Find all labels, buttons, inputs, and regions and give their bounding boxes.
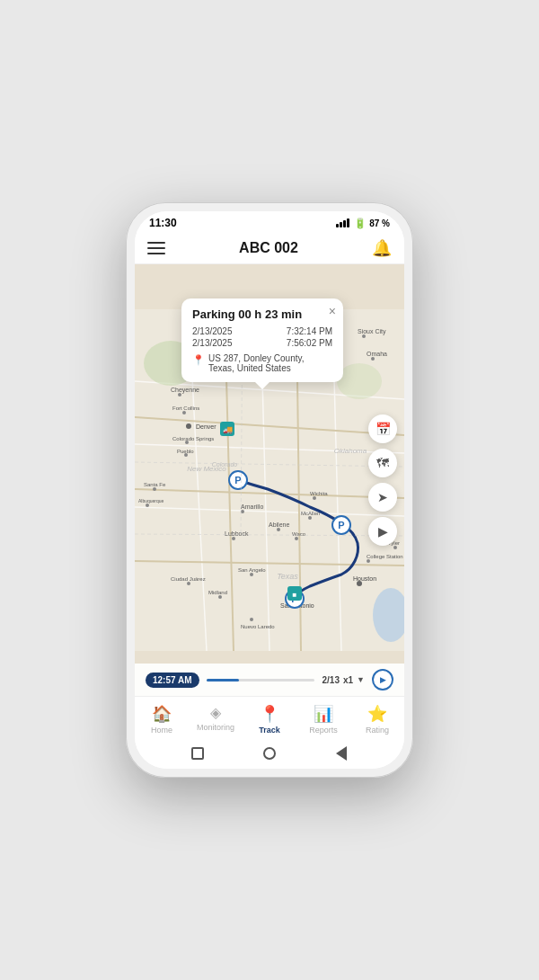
hamburger-line-1 (147, 242, 165, 244)
svg-text:Abilene: Abilene (269, 521, 289, 528)
status-time: 11:30 (149, 217, 177, 229)
timeline-play-button[interactable]: ▶ (372, 669, 393, 690)
svg-text:🚚: 🚚 (223, 424, 234, 435)
timeline-bar: 12:57 AM 2/13 x1 ▼ ▶ (135, 664, 404, 696)
svg-text:Denver: Denver (196, 423, 216, 430)
hamburger-line-3 (147, 253, 165, 254)
svg-point-54 (187, 582, 190, 585)
app-header: ABC 002 🔔 (135, 233, 404, 264)
popup-address: 📍 US 287, Donley County, Texas, United S… (192, 353, 332, 373)
popup-title: Parking 00 h 23 min (192, 307, 332, 321)
timeline-page: 2/13 (322, 675, 339, 685)
svg-text:Cheyenne: Cheyenne (171, 387, 199, 394)
map-container[interactable]: Sioux City Omaha Lincoln Cheyenne Fort C… (135, 264, 404, 696)
timeline-speed: x1 (343, 675, 353, 685)
popup-address-text: US 287, Donley County, Texas, United Sta… (208, 353, 332, 373)
svg-text:San Angelo: San Angelo (238, 567, 266, 573)
svg-text:Nuevo Laredo: Nuevo Laredo (241, 624, 275, 629)
nav-rating[interactable]: ⭐ Rating (350, 702, 404, 736)
nav-reports-label: Reports (309, 726, 338, 735)
rating-icon: ⭐ (367, 704, 387, 724)
battery-icon: 🔋 (354, 218, 367, 229)
navigate-button[interactable]: ➤ (368, 483, 397, 512)
popup-row-2: 2/13/2025 7:56:02 PM (192, 338, 332, 348)
popup-date-2: 2/13/2025 (192, 338, 233, 348)
popup-time-1: 7:32:14 PM (287, 326, 332, 336)
svg-text:Lubbock: Lubbock (225, 530, 249, 537)
svg-text:Pueblo: Pueblo (177, 449, 194, 454)
bottom-nav: 🏠 Home ◈ Monitoring 📍 Track 📊 Reports ⭐ … (135, 696, 404, 740)
svg-point-18 (371, 357, 375, 361)
timeline-track[interactable] (207, 679, 315, 682)
svg-text:Santa Fe: Santa Fe (144, 482, 166, 487)
battery-level: 87 % (369, 218, 390, 228)
popup-row-1: 2/13/2025 7:32:14 PM (192, 326, 332, 336)
svg-point-40 (232, 537, 235, 540)
reports-icon: 📊 (314, 704, 333, 724)
map-layers-button[interactable]: 🗺 (368, 449, 397, 477)
svg-text:College Station: College Station (367, 554, 403, 559)
nav-track[interactable]: 📍 Track (243, 702, 296, 736)
svg-point-38 (277, 528, 280, 531)
home-button[interactable] (261, 745, 278, 762)
map-controls: 📅 🗺 ➤ ▶ (368, 414, 397, 546)
svg-text:Texas: Texas (277, 572, 298, 581)
svg-text:Ciudad Juárez: Ciudad Juárez (171, 576, 206, 582)
svg-text:Midland: Midland (208, 590, 227, 595)
nav-track-label: Track (259, 726, 280, 735)
svg-point-62 (308, 516, 312, 520)
svg-point-60 (313, 496, 316, 500)
phone-frame: 11:30 🔋 87 % ABC 002 🔔 (126, 202, 413, 778)
svg-point-16 (362, 334, 366, 338)
parking-popup: × Parking 00 h 23 min 2/13/2025 7:32:14 … (181, 298, 343, 382)
svg-point-56 (250, 618, 253, 621)
status-bar: 11:30 🔋 87 % (135, 211, 404, 233)
svg-point-42 (241, 510, 244, 513)
svg-point-15 (337, 363, 382, 399)
svg-point-64 (218, 595, 222, 599)
svg-text:Amarillo: Amarillo (241, 503, 263, 510)
nav-monitoring[interactable]: ◈ Monitoring (189, 702, 243, 736)
track-icon: 📍 (260, 704, 279, 724)
svg-text:Albuquerque: Albuquerque (138, 498, 164, 503)
system-nav (135, 740, 404, 769)
svg-point-26 (186, 423, 191, 429)
location-pin-icon: 📍 (192, 354, 205, 366)
recents-button[interactable] (333, 745, 349, 762)
svg-point-34 (146, 503, 149, 507)
svg-text:Fort Collins: Fort Collins (172, 405, 199, 411)
circle-icon (263, 747, 276, 760)
hamburger-line-2 (147, 247, 165, 249)
timeline-time: 12:57 AM (146, 673, 199, 688)
svg-text:P: P (338, 520, 344, 530)
svg-text:Omaha: Omaha (367, 351, 387, 357)
nav-home[interactable]: 🏠 Home (135, 702, 189, 736)
svg-text:Colorado Springs: Colorado Springs (172, 436, 214, 441)
svg-text:Sioux City: Sioux City (358, 328, 386, 335)
hamburger-menu[interactable] (147, 242, 165, 254)
svg-text:P: P (234, 475, 241, 486)
back-button[interactable] (190, 745, 206, 762)
calendar-button[interactable]: 📅 (368, 414, 397, 443)
popup-close-button[interactable]: × (329, 304, 336, 318)
svg-point-22 (178, 393, 181, 396)
square-icon (191, 747, 204, 760)
svg-text:Waco: Waco (292, 531, 306, 537)
phone-screen: 11:30 🔋 87 % ABC 002 🔔 (135, 211, 404, 769)
timeline-progress (207, 679, 239, 682)
svg-text:Wichita: Wichita (310, 491, 328, 496)
nav-reports[interactable]: 📊 Reports (296, 702, 350, 736)
home-icon: 🏠 (152, 704, 172, 724)
nav-home-label: Home (151, 726, 172, 735)
monitoring-icon: ◈ (210, 704, 221, 721)
popup-arrow (255, 382, 270, 389)
play-route-button[interactable]: ▶ (368, 517, 397, 546)
chevron-down-icon[interactable]: ▼ (357, 675, 365, 684)
popup-date-1: 2/13/2025 (192, 326, 233, 336)
svg-point-32 (153, 487, 156, 491)
nav-rating-label: Rating (366, 726, 389, 735)
svg-point-52 (393, 546, 397, 549)
signal-icon (336, 218, 349, 227)
svg-text:Oklahoma: Oklahoma (334, 447, 367, 455)
notification-bell-icon[interactable]: 🔔 (372, 238, 392, 258)
